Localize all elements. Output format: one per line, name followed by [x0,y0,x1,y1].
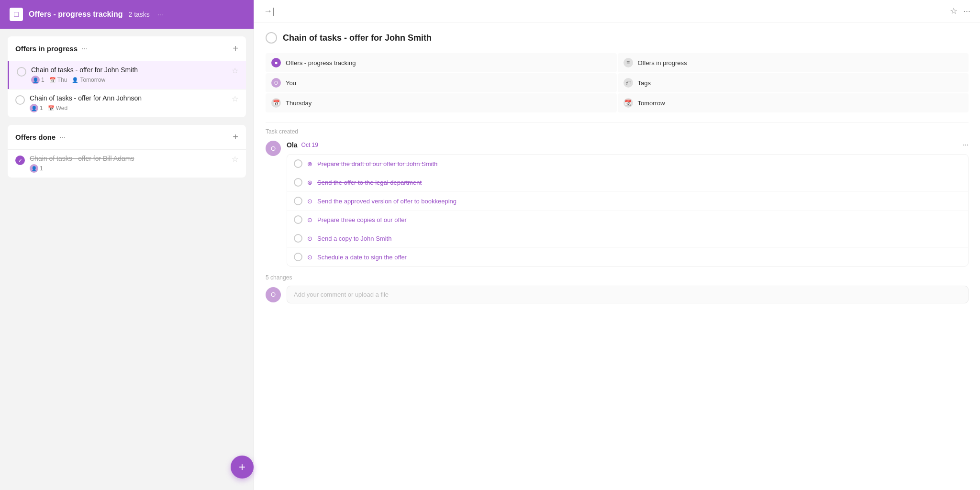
subtask-checkbox-6[interactable] [294,253,302,261]
subtask-item-6[interactable]: ⊙ Schedule a date to sign the offer [287,248,968,266]
toolbar-left: →| [264,6,275,16]
task-checkbox-2[interactable] [15,95,25,105]
task-name-2: Chain of tasks - offer for Ann Johnson [30,94,227,102]
calendar-icon-1: 📅 [49,77,56,83]
info-grid: ● Offers - progress tracking ≡ Offers in… [266,53,969,112]
collapse-icon[interactable]: →| [264,6,275,16]
subtask-check-icon-1: ⊗ [307,160,312,167]
task-due-1: Tomorrow [80,77,105,83]
task-count-badge-3: 1 [40,165,43,172]
subtask-item-3[interactable]: ⊙ Send the approved version of offer to … [287,192,968,211]
subtask-checkbox-3[interactable] [294,197,302,205]
subtask-checkbox-1[interactable] [294,159,302,168]
detail-title-row: Chain of tasks - offer for John Smith [266,32,969,44]
task-item-john-smith[interactable]: Chain of tasks - offer for John Smith 👤 … [8,61,246,89]
project-dot-icon: ● [271,58,281,67]
changes-label: 5 changes [266,274,969,281]
subtask-item-1[interactable]: ⊗ Prepare the draft of our offer for Joh… [287,155,968,173]
calendar-day-icon: 📅 [271,98,281,108]
comment-menu[interactable]: ··· [962,141,969,149]
info-day-label: Thursday [286,100,312,107]
section-header-in-progress: Offers in progress ··· + [8,36,246,61]
info-cell-assignee: O You [266,73,617,92]
subtask-text-2: Send the offer to the legal department [317,179,422,186]
project-menu-icon[interactable]: ··· [157,11,163,18]
fab-add-button[interactable]: + [231,456,254,479]
task-star-3[interactable]: ☆ [232,155,238,164]
detail-content: Chain of tasks - offer for John Smith ● … [254,22,980,490]
task-day-2: Wed [56,105,67,111]
divider-1 [266,122,969,122]
project-title: Offers - progress tracking [29,10,123,19]
task-star-1[interactable]: ☆ [232,66,238,75]
task-checkbox-3[interactable]: ✓ [15,156,25,165]
info-project-label: Offers - progress tracking [286,59,356,67]
subtask-text-5: Send a copy to John Smith [317,235,391,242]
section-title-done: Offers done [15,133,56,141]
comment-header: Ola Oct 19 ··· [287,141,969,149]
subtask-item-4[interactable]: ⊙ Prepare three copies of our offer [287,211,968,229]
section-title-group-done: Offers done ··· [15,133,66,142]
toolbar-right: ☆ ··· [950,6,970,16]
section-add-done[interactable]: + [233,132,238,143]
subtask-text-3: Send the approved version of offer to bo… [317,198,457,205]
due-calendar-icon: 📆 [624,98,633,108]
comment-input[interactable]: Add your comment or upload a file [287,286,969,303]
comment-author: Ola [287,141,298,149]
avatar-sm-3: 👤 [30,164,38,173]
info-tags-label: Tags [638,79,651,87]
task-count: 2 tasks [129,11,150,18]
detail-task-checkbox[interactable] [266,32,277,44]
subtask-list: ⊗ Prepare the draft of our offer for Joh… [287,154,969,267]
task-meta-3: 👤 1 [30,164,227,173]
task-meta-day-2: 📅 Wed [48,105,67,111]
task-star-2[interactable]: ☆ [232,94,238,103]
person-icon-1: 👤 [72,77,78,83]
task-item-bill-adams[interactable]: ✓ Chain of tasks - offer for Bill Adams … [8,149,246,178]
subtask-text-1: Prepare the draft of our offer for John … [317,160,437,167]
project-header: □ Offers - progress tracking 2 tasks ··· [0,0,254,29]
info-cell-day: 📅 Thursday [266,93,617,112]
task-meta-2: 👤 1 📅 Wed [30,104,227,112]
assignee-avatar: O [271,78,281,88]
subtask-checkbox-2[interactable] [294,178,302,187]
subtask-text-6: Schedule a date to sign the offer [317,254,407,261]
detail-toolbar: →| ☆ ··· [254,0,980,22]
avatar-sm-2: 👤 [30,104,38,112]
section-title-in-progress: Offers in progress [15,45,78,53]
section-menu-in-progress[interactable]: ··· [81,45,88,53]
right-panel: →| ☆ ··· Chain of tasks - offer for John… [254,0,980,490]
subtask-text-4: Prepare three copies of our offer [317,216,407,223]
detail-title: Chain of tasks - offer for John Smith [283,33,432,43]
task-item-ann-johnson[interactable]: Chain of tasks - offer for Ann Johnson 👤… [8,89,246,117]
subtask-checkbox-4[interactable] [294,215,302,224]
task-meta-count-2: 👤 1 [30,104,43,112]
section-header-done: Offers done ··· + [8,125,246,149]
comment-body: Ola Oct 19 ··· ⊗ Prepare the draft of ou… [287,141,969,267]
left-panel: □ Offers - progress tracking 2 tasks ···… [0,0,254,490]
section-list-icon: ≡ [624,58,633,67]
calendar-icon-2: 📅 [48,105,55,111]
section-add-in-progress[interactable]: + [233,43,238,54]
comment-author-avatar: O [266,141,281,156]
more-options-icon[interactable]: ··· [963,6,970,16]
subtask-check-icon-2: ⊗ [307,179,312,186]
task-body-1: Chain of tasks - offer for John Smith 👤 … [31,66,227,84]
changes-comment-row: O Add your comment or upload a file [266,286,969,303]
task-name-3: Chain of tasks - offer for Bill Adams [30,155,227,162]
comment-placeholder: Add your comment or upload a file [294,291,389,298]
info-due-label: Tomorrow [638,100,665,107]
subtask-item-2[interactable]: ⊗ Send the offer to the legal department [287,173,968,192]
info-assignee-label: You [286,79,296,87]
star-icon[interactable]: ☆ [950,6,958,16]
section-menu-done[interactable]: ··· [59,133,66,142]
task-checkbox-1[interactable] [17,67,26,77]
subtask-icon-6: ⊙ [307,254,312,261]
subtask-item-5[interactable]: ⊙ Send a copy to John Smith [287,229,968,248]
task-meta-count-1: 👤 1 [31,76,45,84]
task-day-1: Thu [57,77,67,83]
subtask-checkbox-5[interactable] [294,234,302,243]
task-meta-due-1: 👤 Tomorrow [72,77,105,83]
task-meta-day-1: 📅 Thu [49,77,67,83]
comment-row: O Ola Oct 19 ··· ⊗ Prepare the draft of … [266,141,969,267]
